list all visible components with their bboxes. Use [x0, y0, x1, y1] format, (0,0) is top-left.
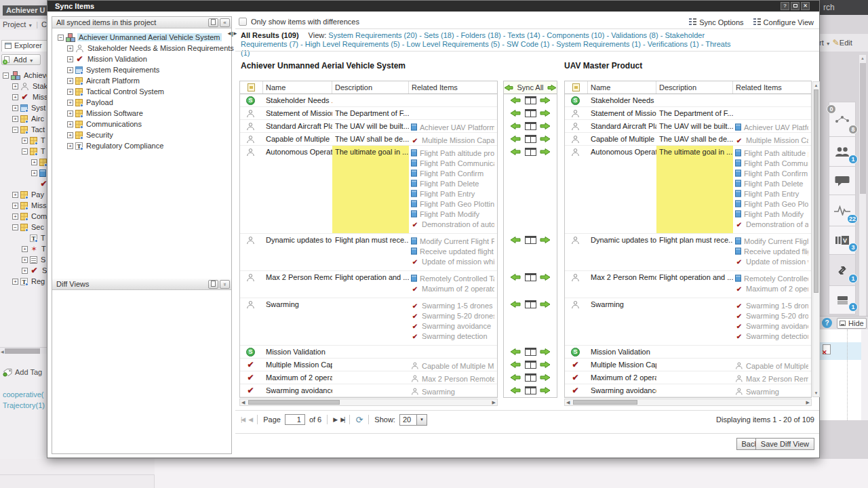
sync-right-arrow-icon[interactable] — [540, 386, 551, 394]
add-tag-button[interactable]: Add Tag — [1, 366, 47, 378]
tree-item[interactable]: +Payload — [55, 97, 230, 108]
table-row[interactable]: ✔Multiple Mission Cap...Capable of Multi… — [565, 359, 811, 371]
collapse-panel-button[interactable]: « — [220, 18, 230, 27]
table-row[interactable]: Autonomous Operati...The ultimate goal i… — [240, 146, 497, 234]
fragment-scrollbar[interactable] — [861, 329, 868, 420]
expand-toggle-icon[interactable]: + — [22, 138, 28, 144]
compare-icon[interactable] — [525, 148, 536, 156]
project-tab[interactable]: Achiever U — [3, 5, 47, 16]
sync-left-arrow-icon[interactable] — [510, 236, 521, 244]
related-items-column-header[interactable]: Related Items — [733, 81, 811, 94]
tree-item[interactable]: +✔Miss — [0, 92, 47, 102]
compare-icon[interactable] — [525, 135, 536, 143]
related-item[interactable]: Achiever UAV Platform — [411, 122, 494, 132]
related-item[interactable]: Flight Path Confirm — [411, 168, 494, 178]
table-row[interactable]: Swarming✔Swarming 1-5 drones✔Swarming 5-… — [565, 298, 811, 346]
table-row[interactable]: ✔Maximum of 2 opera...Max 2 Person Remot… — [240, 371, 497, 384]
related-item[interactable]: Swarming — [411, 386, 494, 396]
refresh-icon[interactable]: ⟳ — [355, 415, 363, 425]
related-item[interactable]: Flight Path Geo Plotting — [735, 199, 808, 209]
scroll-down-icon[interactable]: ▼ — [813, 391, 819, 395]
sync-right-arrow-icon[interactable] — [540, 148, 551, 156]
related-item[interactable]: ✔Update of mission while — [411, 256, 494, 266]
hide-button[interactable]: Hide — [837, 318, 867, 329]
expand-toggle-icon[interactable]: + — [22, 257, 28, 263]
sync-left-arrow-icon[interactable] — [510, 135, 521, 143]
table-row[interactable]: Statement of Mission...The Department of… — [565, 107, 811, 120]
previous-page-button[interactable]: ◀ — [248, 416, 252, 423]
tree-item[interactable]: +Syst — [0, 102, 47, 113]
collapse-toggle-icon[interactable]: − — [22, 148, 28, 155]
sync-right-arrow-icon[interactable] — [540, 373, 551, 382]
related-item[interactable]: ✔Swarming avoidance — [411, 321, 494, 331]
rail-button-comment[interactable] — [829, 167, 856, 195]
table-row[interactable]: ✔Swarming avoidanceSwarming — [565, 384, 811, 397]
expand-toggle-icon[interactable]: + — [22, 246, 28, 252]
related-item[interactable]: Flight Path Delete — [735, 178, 808, 188]
scroll-left-icon[interactable]: ◀ — [566, 400, 570, 405]
table-row[interactable]: Max 2 Person Remo...Flight operation and… — [240, 271, 497, 298]
expand-toggle-icon[interactable]: + — [22, 268, 28, 274]
rail-button-versions[interactable]: V3 — [829, 226, 856, 255]
table-row[interactable]: Swarming✔Swarming 1-5 drones✔Swarming 5-… — [240, 298, 497, 346]
view-filter-link[interactable]: Texts (14) — [507, 31, 540, 39]
tree-item[interactable]: −Tact — [0, 124, 47, 135]
project-menu[interactable]: Project ▼ — [3, 20, 33, 28]
collapse-toggle-icon[interactable]: − — [12, 224, 18, 230]
related-items-column-header[interactable]: Related Items — [409, 81, 497, 94]
table-row[interactable]: SStakeholder Needs ... — [240, 94, 497, 107]
related-item[interactable]: Flight Path Confirm — [735, 168, 808, 178]
view-filter-link[interactable]: Validations (8) — [611, 31, 658, 39]
sync-left-arrow-icon[interactable] — [510, 273, 521, 281]
sync-left-arrow-icon[interactable] — [510, 109, 521, 117]
tree-item[interactable]: ✔ — [0, 178, 47, 189]
scrollbar-thumb[interactable] — [860, 63, 866, 194]
expand-toggle-icon[interactable]: + — [12, 116, 18, 122]
view-filter-link[interactable]: Low Level Requirements (5) — [407, 40, 500, 48]
related-item[interactable]: ✔Swarming 5-20 drones — [735, 310, 808, 321]
scrollbar-thumb[interactable] — [5, 348, 40, 354]
table-row[interactable]: Standard Aircraft Pla...The UAV will be … — [240, 120, 497, 133]
left-table-horizontal-scrollbar[interactable]: ◀ ▶ — [239, 399, 498, 406]
compare-icon[interactable] — [525, 386, 536, 394]
sort-fragment[interactable]: rt ▼ — [819, 39, 831, 47]
expand-toggle-icon[interactable]: + — [12, 94, 18, 100]
description-column-header[interactable]: Description — [656, 81, 733, 94]
collapse-toggle-icon[interactable]: − — [12, 127, 18, 133]
collapse-section-button[interactable]: » — [220, 280, 230, 289]
tree-item[interactable]: +Aircraft Platform — [55, 75, 230, 86]
description-column-header[interactable]: Description — [332, 81, 409, 94]
expand-toggle-icon[interactable]: + — [31, 170, 37, 176]
related-item[interactable]: Receive updated flight p — [411, 246, 494, 256]
related-item[interactable]: Flight Path Modify — [735, 209, 808, 219]
related-item[interactable]: Flight Path Entry — [411, 188, 494, 199]
tree-item[interactable]: +✔S — [0, 265, 47, 276]
help-icon[interactable]: ? — [781, 2, 789, 10]
rail-button-pulse[interactable]: 22 — [829, 195, 856, 226]
tab-explorer[interactable]: Explorer — [1, 40, 47, 52]
sync-left-arrow-icon[interactable] — [510, 96, 521, 104]
menu-fragment[interactable]: C — [41, 20, 47, 28]
table-row[interactable]: Dynamic updates to ...Flight plan must r… — [240, 234, 497, 271]
compare-icon[interactable] — [525, 361, 536, 369]
tag-link[interactable]: Trajectory(1) — [3, 400, 47, 411]
scrollbar-thumb[interactable] — [573, 400, 637, 405]
related-item[interactable]: Remotely Controlled Tac — [411, 273, 494, 283]
close-icon[interactable]: ✕ — [801, 2, 810, 10]
sync-right-arrow-icon[interactable] — [540, 135, 551, 143]
scrollbar-thumb[interactable] — [814, 89, 818, 293]
compare-icon[interactable] — [525, 273, 536, 281]
dialog-titlebar[interactable]: Sync Items — [47, 1, 819, 12]
expand-toggle-icon[interactable]: + — [12, 105, 18, 111]
table-row[interactable]: Dynamic updates to ...Flight plan must r… — [565, 234, 811, 271]
maximize-icon[interactable] — [791, 2, 800, 10]
view-filter-link[interactable]: High Level Requirements (5) — [305, 40, 400, 48]
compare-icon[interactable] — [525, 348, 536, 356]
sync-left-arrow-icon[interactable] — [510, 148, 521, 156]
expand-toggle-icon[interactable]: + — [67, 121, 73, 127]
view-filter-link[interactable]: Folders (18) — [460, 31, 500, 39]
table-row[interactable]: Statement of Mission...The Department of… — [240, 107, 497, 120]
table-row[interactable]: SStakeholder Needs ... — [565, 94, 811, 107]
related-item[interactable]: ✔Swarming avoidance — [735, 321, 808, 331]
compare-icon[interactable] — [525, 300, 536, 308]
